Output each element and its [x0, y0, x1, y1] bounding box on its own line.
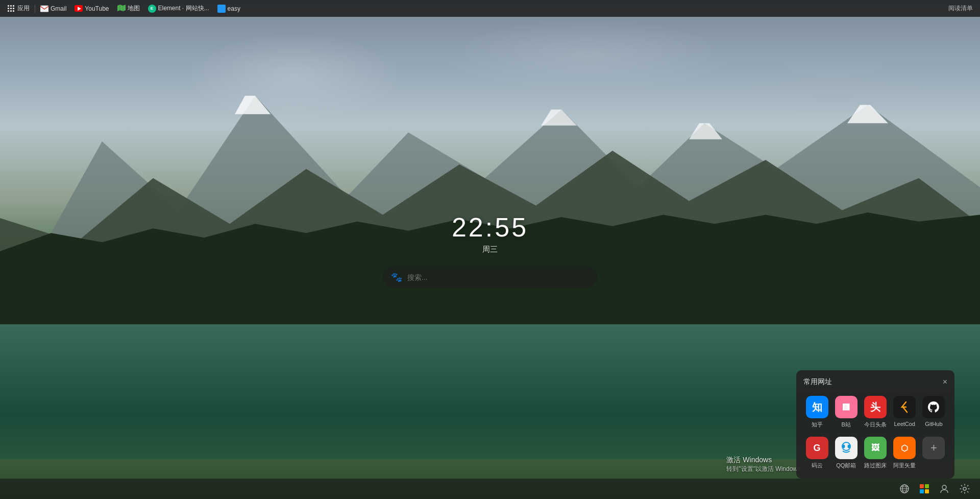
- maps-icon: [117, 5, 126, 13]
- search-bar: 🐾: [383, 266, 597, 288]
- muyun-icon: G: [806, 437, 828, 459]
- win-activate-sub: 转到"设置"以激活 Windows。: [726, 465, 806, 473]
- bottom-bar: [0, 479, 980, 499]
- freq-item-bilibili[interactable]: 🅱 B站: [832, 394, 860, 431]
- apps-button[interactable]: 应用: [4, 2, 33, 16]
- sep1: [35, 5, 35, 13]
- leetcode-label: LeetCod: [894, 421, 915, 427]
- search-input[interactable]: [407, 273, 589, 281]
- freq-add-button[interactable]: +: [920, 435, 947, 471]
- qq-icon: [835, 437, 857, 459]
- freq-item-leetcode[interactable]: LeetCod: [891, 394, 918, 431]
- taskbar-right: 阅读清单: [945, 3, 976, 14]
- settings-button[interactable]: [960, 484, 970, 494]
- svg-point-11: [847, 445, 850, 448]
- element-label: Element · 网站快...: [158, 4, 209, 13]
- leetcode-icon: [893, 396, 916, 418]
- freq-grid: 知 知乎 🅱 B站 头 今日头条 LeetCod: [803, 394, 947, 471]
- center-content: 22:55 周三 🐾: [383, 211, 597, 288]
- top-taskbar: 应用 Gmail YouTube: [0, 0, 980, 17]
- apps-label: 应用: [17, 4, 30, 13]
- paw-icon: 🐾: [391, 271, 402, 282]
- svg-marker-4: [847, 105, 888, 123]
- win-activate-title: 激活 Windows: [726, 456, 806, 465]
- freq-item-github[interactable]: GitHub: [920, 394, 947, 431]
- element-tab[interactable]: E Element · 网站快...: [145, 2, 212, 16]
- road-label: 路过图床: [864, 462, 887, 469]
- element-icon: E: [148, 5, 156, 13]
- clock-display: 22:55: [452, 211, 528, 242]
- freq-item-ali[interactable]: ⬡ 阿里矢量: [891, 435, 918, 471]
- github-label: GitHub: [925, 421, 942, 427]
- bottom-right: [899, 484, 970, 494]
- easy-icon: [217, 5, 226, 13]
- toutiao-label: 今日头条: [864, 421, 887, 429]
- svg-point-17: [942, 485, 946, 489]
- youtube-label: YouTube: [85, 5, 109, 12]
- freq-panel: 常用网址 × 知 知乎 🅱 B站 头 今日头条: [796, 370, 954, 479]
- toutiao-icon: 头: [864, 396, 887, 418]
- taskbar-left: 应用 Gmail YouTube: [4, 2, 944, 16]
- easy-label: easy: [228, 5, 240, 12]
- freq-panel-header: 常用网址 ×: [803, 377, 947, 387]
- network-button[interactable]: [899, 484, 910, 494]
- freq-add-icon: +: [922, 437, 945, 459]
- svg-marker-1: [235, 96, 271, 114]
- zhihu-label: 知乎: [812, 421, 823, 429]
- freq-item-road[interactable]: 🖼 路过图床: [862, 435, 889, 471]
- bilibili-icon: 🅱: [835, 396, 857, 418]
- freq-item-qq[interactable]: QQ邮箱: [832, 435, 860, 471]
- svg-point-10: [842, 445, 845, 448]
- win-activate-notice: 激活 Windows 转到"设置"以激活 Windows。: [726, 456, 806, 473]
- svg-marker-2: [541, 109, 577, 125]
- maps-tab[interactable]: 地图: [114, 2, 143, 16]
- maps-label: 地图: [128, 4, 140, 13]
- youtube-icon: [75, 5, 83, 13]
- gmail-label: Gmail: [51, 5, 66, 12]
- ali-label: 阿里矢量: [893, 462, 916, 469]
- road-icon: 🖼: [864, 437, 887, 459]
- easy-tab[interactable]: easy: [214, 2, 243, 16]
- freq-panel-title: 常用网址: [803, 377, 832, 387]
- freq-item-muyun[interactable]: G 码云: [803, 435, 830, 471]
- svg-point-18: [963, 487, 966, 490]
- day-display: 周三: [482, 244, 498, 254]
- user-button[interactable]: [939, 484, 949, 494]
- ali-icon: ⬡: [893, 437, 916, 459]
- freq-panel-close-button[interactable]: ×: [943, 378, 947, 386]
- qq-label: QQ邮箱: [836, 462, 856, 469]
- svg-marker-3: [689, 123, 722, 139]
- bilibili-label: B站: [842, 421, 851, 429]
- reading-list-button[interactable]: 阅读清单: [945, 3, 976, 14]
- gmail-tab[interactable]: Gmail: [37, 2, 69, 16]
- github-icon: [922, 396, 945, 418]
- gmail-icon: [40, 5, 48, 13]
- windows-button[interactable]: [920, 484, 929, 493]
- youtube-tab[interactable]: YouTube: [71, 2, 112, 16]
- freq-item-toutiao[interactable]: 头 今日头条: [862, 394, 889, 431]
- apps-grid-icon: [7, 5, 15, 13]
- zhihu-icon: 知: [806, 396, 828, 418]
- muyun-label: 码云: [812, 462, 823, 469]
- freq-item-zhihu[interactable]: 知 知乎: [803, 394, 830, 431]
